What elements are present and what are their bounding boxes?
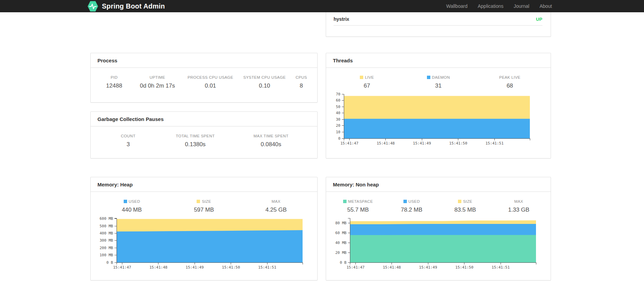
- stat-label: DAEMON: [432, 75, 450, 79]
- svg-text:15:41:48: 15:41:48: [377, 141, 395, 146]
- stat-label: MAX: [240, 199, 312, 203]
- application-status-badge: UP: [536, 17, 542, 22]
- stat-value: 0d 0h 2m 17s: [133, 82, 182, 89]
- stat-label: PROCESS CPU USAGE: [182, 75, 239, 79]
- stat-label: TOTAL TIME SPENT: [161, 134, 230, 138]
- stat-label: SIZE: [463, 199, 472, 203]
- stat-gc-max-time: MAX TIME SPENT 0.0840s: [230, 134, 312, 148]
- stat-cpus: CPUS 8: [290, 75, 312, 89]
- svg-text:40: 40: [336, 111, 340, 115]
- stat-label: PEAK LIVE: [474, 75, 546, 79]
- svg-text:20 MB: 20 MB: [335, 250, 347, 255]
- app-logo-icon: [87, 1, 98, 12]
- svg-text:40 MB: 40 MB: [335, 241, 347, 245]
- svg-text:15:41:47: 15:41:47: [340, 141, 358, 146]
- stat-value: 83.5 MB: [439, 207, 492, 213]
- stat-label: LIVE: [365, 75, 374, 79]
- svg-text:15:41:47: 15:41:47: [113, 265, 131, 270]
- brand-title: Spring Boot Admin: [102, 2, 165, 10]
- stat-label: MAX TIME SPENT: [230, 134, 312, 138]
- svg-text:400 MB: 400 MB: [99, 231, 113, 235]
- gc-panel: Garbage Collection Pauses COUNT 3 TOTAL …: [90, 111, 318, 158]
- stat-value: 3: [96, 141, 161, 148]
- svg-text:15:41:48: 15:41:48: [149, 265, 167, 270]
- nav-item-applications[interactable]: Applications: [467, 3, 504, 9]
- stat-gc-count: COUNT 3: [96, 134, 161, 148]
- stat-value: 8: [290, 82, 312, 89]
- daemon-swatch-icon: [427, 76, 430, 79]
- svg-text:600 MB: 600 MB: [99, 216, 113, 221]
- svg-text:0 B: 0 B: [340, 260, 347, 265]
- stat-value: 55.7 MB: [331, 207, 385, 213]
- svg-text:15:41:51: 15:41:51: [486, 141, 504, 146]
- stat-heap-max: MAX 4.25 GB: [240, 199, 312, 213]
- stat-label: USED: [409, 199, 420, 203]
- svg-text:15:41:50: 15:41:50: [455, 265, 473, 270]
- stat-value: 12488: [96, 82, 133, 89]
- size-swatch-icon: [197, 200, 200, 203]
- svg-text:200 MB: 200 MB: [99, 246, 113, 250]
- stat-label: CPUS: [290, 75, 312, 79]
- memory-nonheap-chart: 0 B20 MB40 MB60 MB80 MB15:41:4715:41:481…: [330, 216, 551, 273]
- stat-label: SYSTEM CPU USAGE: [239, 75, 290, 79]
- stat-value: 440 MB: [96, 207, 168, 213]
- threads-legend: LIVE 67 DAEMON 31 PEAK LIVE 68: [326, 68, 551, 89]
- nav-item-wallboard[interactable]: Wallboard: [436, 3, 467, 9]
- process-panel-title: Process: [91, 53, 317, 68]
- svg-text:100 MB: 100 MB: [99, 253, 113, 257]
- svg-text:15:41:47: 15:41:47: [347, 265, 365, 270]
- stat-value: 597 MB: [168, 207, 240, 213]
- nav-item-journal[interactable]: Journal: [503, 3, 529, 9]
- stat-label: COUNT: [96, 134, 161, 138]
- svg-text:80 MB: 80 MB: [335, 221, 347, 225]
- stat-system-cpu: SYSTEM CPU USAGE 0.10: [239, 75, 290, 89]
- stat-heap-size: SIZE 597 MB: [168, 199, 240, 213]
- svg-text:15:41:48: 15:41:48: [383, 265, 401, 270]
- svg-text:10: 10: [336, 130, 340, 134]
- gc-panel-title: Garbage Collection Pauses: [91, 112, 317, 126]
- svg-text:60 MB: 60 MB: [335, 231, 347, 235]
- stat-nonheap-max: MAX 1.33 GB: [492, 199, 546, 213]
- svg-text:300 MB: 300 MB: [99, 238, 113, 243]
- stat-process-cpu: PROCESS CPU USAGE 0.01: [182, 75, 239, 89]
- svg-text:15:41:50: 15:41:50: [222, 265, 240, 270]
- svg-text:15:41:49: 15:41:49: [186, 265, 204, 270]
- svg-text:60: 60: [336, 98, 340, 103]
- stat-threads-daemon: DAEMON 31: [403, 75, 474, 89]
- memory-heap-panel: Memory: Heap USED 440 MB SIZE 597 MB MAX…: [90, 177, 318, 280]
- used-swatch-icon: [124, 200, 127, 203]
- application-name-link[interactable]: hystrix: [334, 16, 349, 22]
- live-swatch-icon: [360, 76, 363, 79]
- nav-links: Wallboard Applications Journal About: [436, 0, 552, 12]
- nonheap-legend: METASPACE 55.7 MB USED 78.2 MB SIZE 83.5…: [326, 192, 551, 213]
- stat-value: 67: [331, 82, 403, 89]
- size-swatch-icon: [458, 200, 461, 203]
- stat-value: 0.0840s: [230, 141, 312, 148]
- brand-link[interactable]: Spring Boot Admin: [87, 0, 165, 12]
- navbar: Spring Boot Admin Wallboard Applications…: [0, 0, 644, 12]
- process-panel: Process PID 12488 UPTIME 0d 0h 2m 17s PR…: [90, 53, 318, 103]
- svg-text:0 B: 0 B: [106, 260, 113, 265]
- stat-value: 4.25 GB: [240, 207, 312, 213]
- metaspace-swatch-icon: [343, 200, 347, 203]
- svg-text:15:41:51: 15:41:51: [492, 265, 510, 270]
- svg-text:50: 50: [336, 105, 340, 109]
- svg-text:70: 70: [336, 92, 340, 96]
- heap-legend: USED 440 MB SIZE 597 MB MAX 4.25 GB: [91, 192, 317, 213]
- threads-panel: Threads LIVE 67 DAEMON 31 PEAK LIVE 68 0…: [326, 53, 551, 158]
- svg-text:15:41:49: 15:41:49: [419, 265, 437, 270]
- svg-text:15:41:49: 15:41:49: [413, 141, 431, 146]
- gc-stats: COUNT 3 TOTAL TIME SPENT 0.1380s MAX TIM…: [91, 126, 317, 148]
- svg-text:0: 0: [338, 136, 340, 141]
- used-swatch-icon: [403, 200, 407, 203]
- svg-text:30: 30: [336, 117, 340, 122]
- stat-value: 0.10: [239, 82, 290, 89]
- memory-nonheap-panel-title: Memory: Non heap: [326, 177, 551, 192]
- stat-value: 68: [474, 82, 546, 89]
- nav-item-about[interactable]: About: [529, 3, 552, 9]
- stat-threads-peak: PEAK LIVE 68: [474, 75, 546, 89]
- memory-heap-chart: 0 B100 MB200 MB300 MB400 MB500 MB600 MB1…: [95, 216, 317, 273]
- svg-text:15:41:50: 15:41:50: [449, 141, 467, 146]
- stat-threads-live: LIVE 67: [331, 75, 403, 89]
- stat-nonheap-size: SIZE 83.5 MB: [439, 199, 492, 213]
